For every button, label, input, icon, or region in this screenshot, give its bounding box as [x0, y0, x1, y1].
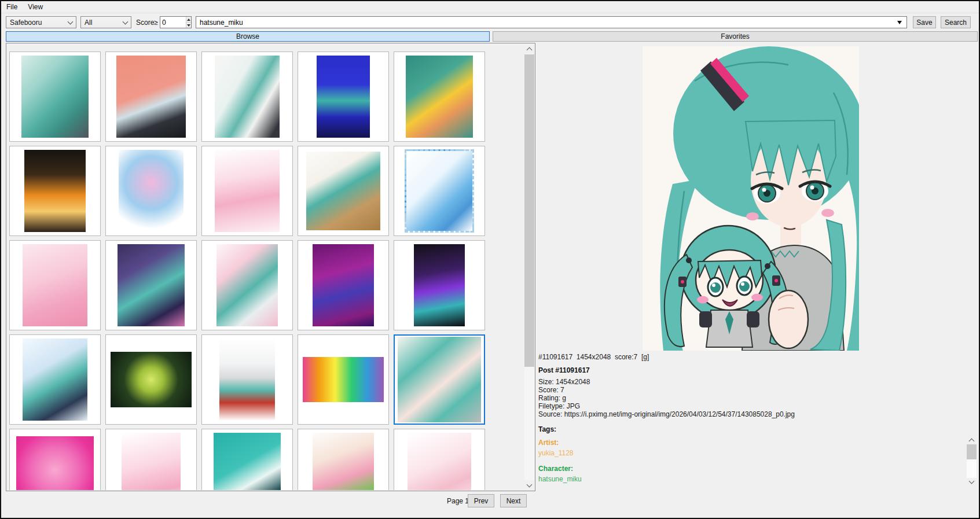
- chevron-down-icon: [527, 481, 533, 487]
- search-combobox: [196, 16, 907, 28]
- thumbnail-image-golden-kimono-miku: [24, 150, 86, 232]
- thumbnail-cell[interactable]: [105, 146, 197, 236]
- thumbnail-cell[interactable]: [9, 146, 101, 236]
- score-spinner: [160, 16, 192, 28]
- thumbnail-cell[interactable]: [201, 429, 293, 490]
- chevron-up-icon: [969, 439, 975, 444]
- thumbnail-cell[interactable]: [298, 429, 389, 490]
- post-detail-panel: #11091617 1454x2048 score:7 [g] Post #11…: [536, 43, 979, 517]
- thumbnail-cell[interactable]: [9, 334, 101, 425]
- thumbnail-cell[interactable]: [394, 51, 485, 142]
- thumbnail-cell[interactable]: [394, 240, 485, 330]
- detail-filetype: Filetype: JPG: [538, 402, 795, 410]
- thumbnail-cell[interactable]: [298, 51, 389, 142]
- thumbnail-cell[interactable]: [9, 429, 101, 490]
- post-details: Size: 1454x2048Score: 7Rating: gFiletype…: [538, 378, 795, 418]
- search-input[interactable]: [196, 19, 897, 27]
- thumbnail-image-pastel-cat-girl: [119, 150, 183, 232]
- detail-score: Score: 7: [538, 386, 795, 394]
- thumbnail-image-miku-pikachu: [406, 56, 473, 138]
- thumbnail-cell[interactable]: [201, 51, 293, 142]
- thumbnail-image-chibi-crown-pink: [16, 436, 94, 490]
- scrollbar-thumb[interactable]: [524, 54, 534, 367]
- chevron-down-icon: [123, 19, 129, 24]
- thumbnail-cell[interactable]: [298, 146, 389, 236]
- post-title: Post #11091617: [538, 366, 590, 374]
- scroll-down-button[interactable]: [967, 478, 977, 486]
- thumbnail-image-green-rings: [111, 352, 192, 407]
- thumbnail-cell[interactable]: [201, 334, 293, 425]
- thumbnail-image-miku-and-boy: [215, 56, 280, 138]
- tab-browse[interactable]: Browse: [6, 31, 490, 42]
- filter-select[interactable]: All: [80, 16, 131, 28]
- scroll-down-button[interactable]: [524, 480, 534, 490]
- thumbnail-image-miku-plush-selected: [398, 337, 481, 422]
- thumbnail-cell[interactable]: [201, 146, 293, 236]
- page-indicator: Page 1: [447, 497, 469, 505]
- grid-scrollbar[interactable]: [524, 44, 534, 490]
- preview-image: [643, 46, 859, 351]
- thumbnail-cell[interactable]: [298, 240, 389, 330]
- scroll-up-button[interactable]: [524, 44, 534, 54]
- next-page-button[interactable]: Next: [500, 494, 527, 507]
- detail-size: Size: 1454x2048: [538, 378, 795, 386]
- chevron-down-icon: [969, 478, 975, 484]
- tag-item[interactable]: hatsune_miku: [538, 473, 582, 485]
- score-increment-button[interactable]: [186, 17, 191, 22]
- thumbnail-image-cherry-blossom-miku: [216, 244, 278, 326]
- chevron-down-icon: [68, 19, 74, 24]
- thumbnail-cell[interactable]: [105, 51, 197, 142]
- thumbnail-cell[interactable]: [394, 146, 485, 236]
- tab-favorites[interactable]: Favorites: [493, 31, 978, 42]
- tags-header: Tags:: [538, 425, 556, 433]
- thumbnail-image-miku-in-box: [306, 152, 380, 230]
- miku-plush-artwork: [643, 46, 859, 351]
- thumbnail-image-purple-poster: [313, 244, 374, 326]
- scrollbar-thumb[interactable]: [967, 444, 977, 459]
- thumbnail-image-01-teal: [214, 433, 281, 490]
- arrow-up-icon: [187, 19, 190, 21]
- score-input[interactable]: [160, 17, 186, 28]
- thumbnail-image-sakura-miku-white: [215, 150, 280, 232]
- tag-item[interactable]: yukia_1128: [538, 447, 582, 459]
- thumbnail-image-neon-silhouette: [414, 244, 465, 326]
- scroll-up-button[interactable]: [967, 436, 977, 444]
- thumbnail-cell[interactable]: [9, 240, 101, 330]
- thumbnail-image-miku-collage: [21, 56, 89, 138]
- save-button[interactable]: Save: [913, 16, 936, 28]
- toolbar: Safebooru All Score≥ Save Search: [1, 13, 979, 31]
- score-label: Score≥: [136, 19, 158, 27]
- tag-group-label: Artist:: [538, 439, 582, 447]
- menu-view[interactable]: View: [23, 2, 48, 12]
- thumbnail-image-rainbow-stage: [303, 357, 384, 402]
- site-select-value: Safebooru: [10, 19, 68, 27]
- thumbnail-image-blue-screen-miku: [317, 56, 370, 138]
- thumbnail-cell[interactable]: [394, 429, 485, 490]
- prev-page-button[interactable]: Prev: [468, 494, 494, 507]
- thumbnail-cell[interactable]: [9, 51, 101, 142]
- thumbnail-grid: [7, 44, 524, 490]
- search-button[interactable]: Search: [941, 16, 971, 28]
- thumbnail-cell[interactable]: [298, 334, 389, 425]
- thumbnail-cell[interactable]: [201, 240, 293, 330]
- tags-scrollbar[interactable]: [967, 436, 977, 486]
- score-spin-buttons: [186, 17, 191, 28]
- thumbnail-image-39-card: [405, 149, 474, 233]
- dropdown-arrow-icon[interactable]: [897, 21, 902, 24]
- menu-file[interactable]: File: [1, 2, 23, 12]
- thumbnail-image-pink-twintails: [122, 433, 181, 490]
- thumbnail-cell[interactable]: [105, 240, 197, 330]
- score-decrement-button[interactable]: [186, 22, 191, 28]
- thumbnail-cell[interactable]: [105, 429, 197, 490]
- thumbnail-cell-selected[interactable]: [394, 334, 485, 425]
- thumbnail-cell[interactable]: [105, 334, 197, 425]
- menu-bar: File View: [1, 1, 979, 13]
- site-select[interactable]: Safebooru: [6, 16, 76, 28]
- tag-groups: Artist:yukia_1128Character:hatsune_miku: [538, 439, 582, 485]
- thumbnail-image-strawberry-girl: [313, 433, 374, 490]
- preview-caption: #11091617 1454x2048 score:7 [g]: [538, 353, 649, 361]
- thumbnail-image-manga-page: [219, 338, 275, 421]
- thumbnail-image-pale-pink-twintails: [408, 433, 471, 490]
- thumbnail-image-39-cat-miku: [116, 56, 186, 138]
- detail-source: Source: https://i.pximg.net/img-original…: [538, 410, 795, 418]
